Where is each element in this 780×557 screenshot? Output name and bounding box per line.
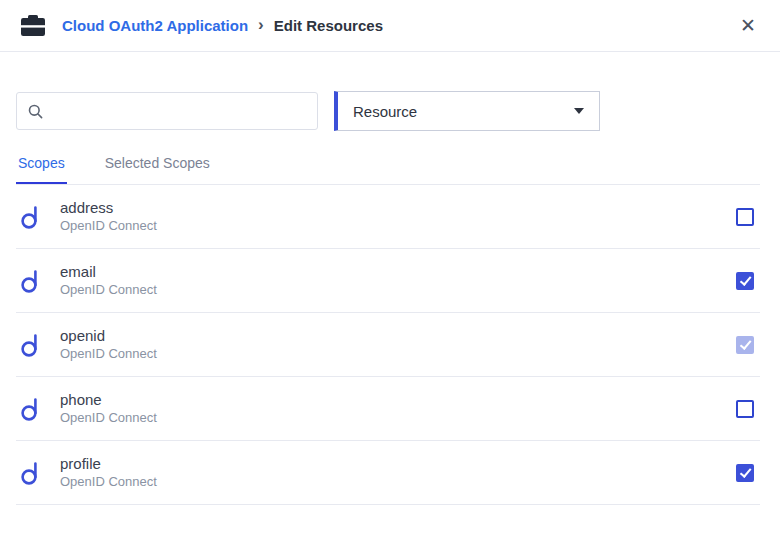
scope-name: profile: [60, 455, 157, 474]
tab-scopes[interactable]: Scopes: [16, 155, 67, 184]
breadcrumb-link-cloud-oauth2-application[interactable]: Cloud OAuth2 Application: [62, 17, 248, 34]
scope-text: email OpenID Connect: [60, 263, 157, 298]
scope-text: openid OpenID Connect: [60, 327, 157, 362]
scope-name: phone: [60, 391, 157, 410]
tab-selected-scopes[interactable]: Selected Scopes: [103, 155, 212, 184]
breadcrumb: Cloud OAuth2 Application › Edit Resource…: [62, 17, 383, 34]
scope-type: OpenID Connect: [60, 474, 157, 490]
search-icon: [28, 104, 43, 119]
scope-name: email: [60, 263, 157, 282]
app-logo-icon: [20, 15, 46, 37]
scope-type: OpenID Connect: [60, 218, 157, 234]
openid-scope-icon: [20, 332, 44, 358]
scope-checkbox-openid: [736, 336, 754, 354]
search-box: [16, 92, 318, 130]
scope-text: phone OpenID Connect: [60, 391, 157, 426]
scope-checkbox-email[interactable]: [736, 272, 754, 290]
scope-checkbox-phone[interactable]: [736, 400, 754, 418]
scope-row-openid: openid OpenID Connect: [16, 313, 760, 377]
scope-row-email: email OpenID Connect: [16, 249, 760, 313]
toolbar: Resource: [16, 92, 760, 131]
scope-type: OpenID Connect: [60, 346, 157, 362]
chevron-down-icon: [574, 108, 584, 114]
scope-name: address: [60, 199, 157, 218]
scope-text: profile OpenID Connect: [60, 455, 157, 490]
search-input[interactable]: [52, 103, 306, 119]
page-title: Edit Resources: [274, 17, 383, 34]
scope-checkbox-address[interactable]: [736, 208, 754, 226]
resource-select[interactable]: Resource: [334, 91, 600, 131]
openid-scope-icon: [20, 268, 44, 294]
breadcrumb-separator-icon: ›: [258, 16, 264, 33]
scope-row-address: address OpenID Connect: [16, 185, 760, 249]
openid-scope-icon: [20, 396, 44, 422]
close-icon[interactable]: ✕: [736, 12, 760, 39]
scope-type: OpenID Connect: [60, 282, 157, 298]
resource-select-value: Resource: [353, 103, 417, 120]
scope-row-profile: profile OpenID Connect: [16, 441, 760, 505]
scope-list: address OpenID Connect email OpenID Conn…: [16, 184, 760, 505]
scope-type: OpenID Connect: [60, 410, 157, 426]
scope-name: openid: [60, 327, 157, 346]
tab-bar: Scopes Selected Scopes: [16, 155, 760, 184]
scope-row-phone: phone OpenID Connect: [16, 377, 760, 441]
scope-checkbox-profile[interactable]: [736, 464, 754, 482]
dialog-header: Cloud OAuth2 Application › Edit Resource…: [0, 0, 780, 52]
scope-text: address OpenID Connect: [60, 199, 157, 234]
openid-scope-icon: [20, 460, 44, 486]
edit-resources-dialog: Cloud OAuth2 Application › Edit Resource…: [0, 0, 780, 557]
openid-scope-icon: [20, 204, 44, 230]
